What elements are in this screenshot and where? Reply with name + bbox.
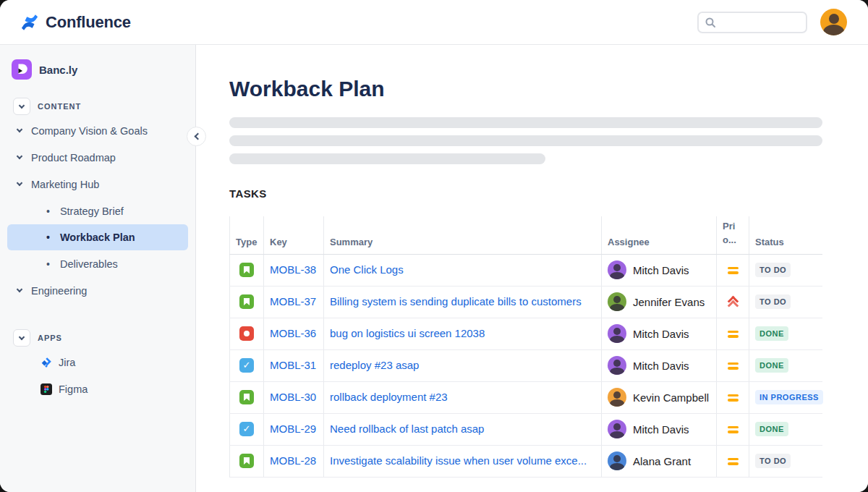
chevron-down-icon [17,153,22,158]
sidebar-item-label: Product Roadmap [31,152,116,164]
status-badge: TO DO [755,263,791,277]
status-badge: TO DO [755,294,791,309]
chevron-down-icon [17,179,22,185]
column-header-key[interactable]: Key [264,216,324,254]
table-row[interactable]: MOBL-31 redeploy #23 asap Mitch Davis DO… [230,349,822,381]
issue-summary-link[interactable]: Need rollback of last patch asap [330,423,484,435]
confluence-logo[interactable]: Confluence [20,13,131,32]
issue-type-icon [239,390,254,404]
placeholder-bar [229,153,545,164]
tasks-section-heading: TASKS [229,187,822,200]
issue-summary-link[interactable]: Billing system is sending duplicate bill… [330,295,582,308]
confluence-logo-icon [20,13,39,32]
apps-collapse-toggle[interactable] [13,329,30,347]
column-header-type[interactable]: Type [230,216,264,254]
text-placeholder-block [229,117,822,164]
column-header-assignee[interactable]: Assignee [602,216,717,254]
issue-summary-link[interactable]: One Click Logs [330,263,404,276]
sidebar-item-label: Deliverables [60,258,118,270]
column-header-status[interactable]: Status [749,216,822,254]
jira-issues-table: Type Key Summary Assignee Prio... Status… [229,216,822,478]
assignee-name: Kevin Campbell [633,391,709,404]
apps-section-header: APPS [0,327,195,349]
sidebar-item-engineering[interactable]: Engineering [0,277,195,304]
confluence-wordmark: Confluence [46,13,131,32]
issue-key-link[interactable]: MOBL-29 [270,423,316,435]
assignee-name: Alana Grant [633,455,691,467]
assignee-avatar [608,420,626,438]
assignee-name: Mitch Davis [633,423,689,436]
space-icon [12,59,32,80]
chevron-down-icon [19,334,25,339]
issue-summary-link[interactable]: rollback deployment #23 [330,391,448,403]
table-row[interactable]: MOBL-38 One Click Logs Mitch Davis TO DO [230,254,822,286]
issue-key-link[interactable]: MOBL-31 [270,359,316,371]
chevron-down-icon [17,126,22,132]
jira-icon [41,357,52,368]
issue-type-icon [239,294,254,309]
content-section-label: CONTENT [38,102,81,111]
sidebar-item-label: Company Vision & Goals [31,125,148,137]
sidebar-collapse-button[interactable] [187,127,206,146]
sidebar-item-label: Engineering [31,285,87,297]
sidebar-item-product-roadmap[interactable]: Product Roadmap [0,144,195,171]
status-badge: IN PROGRESS [755,390,823,404]
table-row[interactable]: MOBL-30 rollback deployment #23 Kevin Ca… [230,381,822,413]
issue-summary-link[interactable]: redeploy #23 asap [330,359,419,371]
table-row[interactable]: MOBL-36 bug on logistics ui screen 12038… [230,318,822,349]
space-header[interactable]: Banc.ly [0,56,195,82]
sidebar-item-figma[interactable]: Figma [0,376,195,402]
chevron-down-icon [17,286,22,292]
issue-key-link[interactable]: MOBL-37 [270,295,316,308]
user-avatar[interactable] [820,9,847,35]
issue-key-link[interactable]: MOBL-30 [270,391,316,403]
table-row[interactable]: MOBL-37 Billing system is sending duplic… [230,286,822,318]
search-box[interactable] [697,12,807,33]
sidebar-item-strategy-brief[interactable]: Strategy Brief [0,198,195,224]
confluence-app: Confluence [0,0,868,492]
issue-summary-link[interactable]: Investigate scalability issue when user … [330,454,587,467]
priority-icon [728,425,739,434]
issue-summary-link[interactable]: bug on logistics ui screen 12038 [330,327,485,339]
status-badge: TO DO [755,454,791,468]
top-navigation-bar: Confluence [0,0,868,45]
assignee-name: Mitch Davis [633,328,689,340]
figma-icon [41,383,52,395]
sidebar-item-jira[interactable]: Jira [0,349,195,376]
chevron-down-icon [19,102,25,108]
column-header-priority[interactable]: Prio... [717,216,749,254]
sidebar: Banc.ly CONTENT Company Vision & Goals P… [0,45,196,492]
column-header-summary[interactable]: Summary [324,216,602,254]
apps-section-label: APPS [38,334,62,342]
search-icon [705,17,716,28]
assignee-avatar [608,451,626,470]
assignee-avatar [608,292,626,311]
table-row[interactable]: MOBL-29 Need rollback of last patch asap… [230,413,822,445]
issue-key-link[interactable]: MOBL-28 [270,454,316,467]
issue-key-link[interactable]: MOBL-36 [270,327,316,339]
page-content: Workback Plan TASKS Type Key Summary Ass… [196,45,868,492]
sidebar-item-label: Jira [59,357,75,368]
search-input[interactable] [716,17,796,27]
sidebar-item-deliverables[interactable]: Deliverables [0,250,195,277]
sidebar-item-label: Workback Plan [60,232,135,243]
placeholder-bar [229,117,822,128]
content-collapse-toggle[interactable] [13,98,30,115]
placeholder-bar [229,135,822,146]
assignee-avatar [608,356,626,375]
status-badge: DONE [755,422,788,436]
sidebar-item-marketing-hub[interactable]: Marketing Hub [0,171,195,198]
issue-type-icon [239,358,254,373]
issue-type-icon [239,263,254,277]
issue-type-icon [239,454,254,468]
sidebar-item-label: Figma [59,383,88,395]
table-row[interactable]: MOBL-28 Investigate scalability issue wh… [230,445,822,477]
sidebar-item-label: Strategy Brief [60,205,124,217]
sidebar-item-company-vision[interactable]: Company Vision & Goals [0,117,195,144]
space-name: Banc.ly [39,64,77,76]
issue-key-link[interactable]: MOBL-38 [270,263,316,276]
sidebar-item-label: Marketing Hub [31,179,99,190]
priority-icon [728,266,739,275]
assignee-name: Mitch Davis [633,360,689,372]
sidebar-item-workback-plan[interactable]: Workback Plan [7,224,188,250]
